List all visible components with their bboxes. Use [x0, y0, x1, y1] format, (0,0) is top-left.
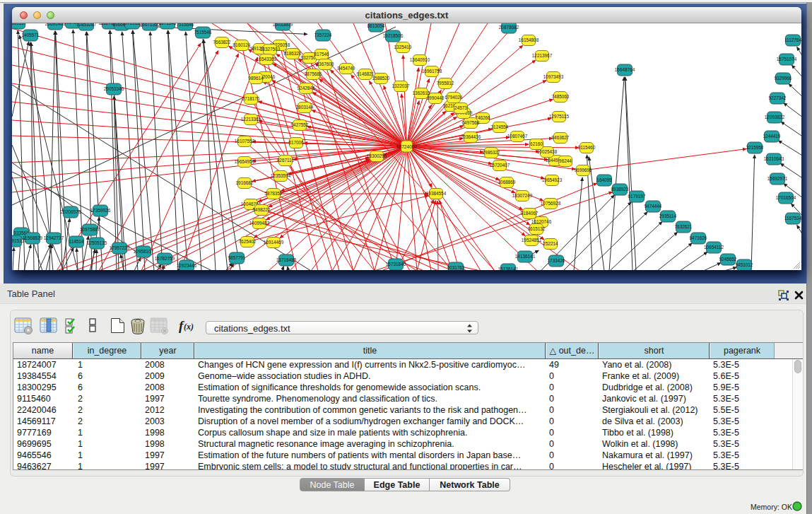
svg-text:20878682: 20878682 — [499, 25, 519, 30]
svg-text:9031763: 9031763 — [447, 265, 465, 270]
svg-text:8938923: 8938923 — [611, 187, 629, 192]
svg-text:6179197: 6179197 — [628, 194, 646, 199]
svg-text:7955812: 7955812 — [437, 81, 454, 86]
svg-text:18327503: 18327503 — [260, 47, 281, 52]
svg-text:9474444: 9474444 — [645, 204, 662, 209]
svg-text:15731846: 15731846 — [386, 262, 406, 267]
svg-text:164095: 164095 — [596, 177, 612, 182]
svg-text:6497568: 6497568 — [462, 120, 480, 125]
svg-text:12923446: 12923446 — [177, 263, 197, 268]
svg-text:8267110: 8267110 — [277, 158, 295, 163]
svg-text:2935114: 2935114 — [659, 214, 677, 218]
svg-text:1167534: 1167534 — [784, 216, 801, 221]
svg-text:12505135: 12505135 — [87, 240, 107, 245]
svg-text:8454749: 8454749 — [338, 66, 355, 71]
svg-text:1588520: 1588520 — [372, 76, 390, 81]
svg-text:17957225: 17957225 — [110, 245, 130, 250]
svg-text:9329966: 9329966 — [775, 76, 792, 81]
svg-text:1733426: 1733426 — [548, 258, 565, 263]
svg-text:15720407: 15720407 — [490, 163, 510, 168]
svg-text:19524851: 19524851 — [522, 238, 542, 243]
svg-text:16210643: 16210643 — [764, 156, 784, 161]
svg-text:10654112: 10654112 — [704, 245, 724, 250]
svg-text:10975887: 10975887 — [80, 227, 100, 232]
svg-text:11568829: 11568829 — [23, 235, 42, 240]
svg-text:10756928: 10756928 — [541, 201, 561, 206]
svg-text:12093822: 12093822 — [765, 115, 785, 119]
svg-text:14099483: 14099483 — [249, 221, 270, 226]
svg-text:7515546: 7515546 — [194, 30, 212, 35]
svg-text:15751074: 15751074 — [777, 57, 797, 62]
svg-text:1112784: 1112784 — [784, 37, 801, 42]
svg-text:9115460: 9115460 — [578, 145, 596, 150]
svg-text:8571546: 8571546 — [159, 23, 177, 25]
svg-text:1068869: 1068869 — [498, 180, 516, 185]
svg-text:15692971: 15692971 — [767, 176, 788, 181]
svg-text:8813054: 8813054 — [367, 23, 385, 28]
svg-text:7632621: 7632621 — [675, 224, 693, 229]
svg-text:6990448: 6990448 — [427, 95, 445, 100]
svg-text:19654923: 19654923 — [542, 177, 563, 182]
svg-text:16033809: 16033809 — [273, 23, 293, 27]
svg-text:1916682: 1916682 — [236, 180, 254, 185]
svg-text:8471626: 8471626 — [690, 235, 707, 240]
svg-text:18307249: 18307249 — [512, 193, 533, 198]
svg-text:8186328: 8186328 — [284, 51, 302, 56]
svg-text:18300295: 18300295 — [367, 153, 387, 158]
svg-text:989614: 989614 — [248, 76, 264, 81]
svg-text:1405571: 1405571 — [22, 33, 40, 37]
svg-text:13640910: 13640910 — [410, 57, 430, 62]
svg-text:12213369: 12213369 — [241, 117, 261, 122]
svg-text:817546: 817546 — [314, 52, 329, 57]
svg-text:10973493: 10973493 — [543, 74, 564, 79]
svg-text:3215958: 3215958 — [746, 145, 764, 150]
svg-text:10958107: 10958107 — [134, 249, 154, 254]
svg-text:19654955: 19654955 — [235, 159, 255, 164]
svg-text:2718176: 2718176 — [242, 96, 260, 101]
svg-text:8160124: 8160124 — [233, 42, 251, 47]
svg-text:17359926: 17359926 — [90, 208, 111, 213]
svg-text:2367608: 2367608 — [317, 62, 334, 66]
svg-text:1362615: 1362615 — [413, 90, 430, 95]
svg-text:817006: 817006 — [288, 140, 304, 145]
svg-text:15136141: 15136141 — [498, 267, 519, 270]
svg-text:19384554: 19384554 — [426, 191, 447, 196]
svg-text:9245652: 9245652 — [719, 257, 737, 262]
svg-text:16782759: 16782759 — [155, 256, 175, 261]
svg-text:7625402: 7625402 — [239, 239, 257, 244]
svg-text:9427552: 9427552 — [291, 122, 309, 127]
svg-text:9451012: 9451012 — [736, 262, 753, 267]
svg-text:16543362: 16543362 — [257, 57, 277, 62]
svg-text:114514: 114514 — [69, 239, 84, 244]
svg-text:19218506: 19218506 — [383, 33, 404, 38]
svg-text:1244419: 1244419 — [763, 134, 781, 139]
svg-text:7515546: 7515546 — [177, 23, 194, 27]
svg-text:1322037: 1322037 — [392, 83, 410, 88]
svg-text:252214: 252214 — [543, 241, 558, 246]
svg-text:5498222: 5498222 — [253, 207, 271, 212]
svg-text:9184067: 9184067 — [521, 211, 539, 216]
svg-text:12353594: 12353594 — [271, 173, 291, 178]
svg-text:9242848: 9242848 — [298, 86, 315, 90]
svg-text:10853287: 10853287 — [76, 23, 97, 27]
svg-text:9699695: 9699695 — [575, 168, 592, 173]
svg-text:16154808: 16154808 — [519, 37, 539, 42]
svg-text:16671355: 16671355 — [140, 23, 160, 27]
svg-text:10807467: 10807467 — [507, 134, 528, 139]
svg-text:16914469: 16914469 — [264, 240, 284, 245]
svg-text:17016504: 17016504 — [776, 195, 796, 200]
svg-text:6794024: 6794024 — [445, 95, 463, 100]
svg-text:5878352: 5878352 — [265, 191, 283, 196]
svg-text:1615132: 1615132 — [528, 226, 546, 231]
svg-text:3875685: 3875685 — [305, 71, 322, 76]
svg-text:9463627: 9463627 — [552, 135, 570, 140]
svg-text:12942737: 12942737 — [44, 235, 64, 240]
svg-text:20691406: 20691406 — [45, 23, 66, 26]
svg-text:2803144: 2803144 — [296, 105, 314, 110]
svg-text:12213967: 12213967 — [532, 53, 553, 58]
svg-text:3124554: 3124554 — [491, 124, 509, 129]
svg-text:1325419: 1325419 — [394, 45, 412, 49]
svg-text:14136141: 14136141 — [515, 254, 536, 259]
svg-text:20364436: 20364436 — [461, 134, 481, 139]
svg-text:9857791: 9857791 — [228, 255, 246, 260]
